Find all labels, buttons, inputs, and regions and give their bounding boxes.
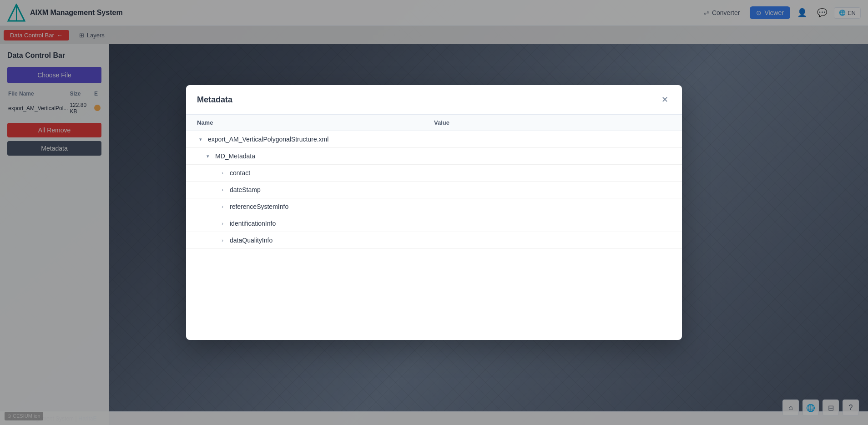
modal-title: Metadata bbox=[197, 95, 232, 105]
chevron-down-icon: ▾ bbox=[197, 136, 204, 143]
close-icon: ✕ bbox=[661, 95, 668, 105]
chevron-right-icon-dataquality: › bbox=[219, 237, 226, 244]
tree-label-root: export_AM_VerticalPolygonalStructure.xml bbox=[208, 136, 328, 143]
tree-row-contact[interactable]: › contact bbox=[186, 165, 682, 182]
tree-label-md-metadata: MD_Metadata bbox=[215, 152, 255, 160]
chevron-down-icon-md: ▾ bbox=[204, 152, 212, 160]
tree-label-contact: contact bbox=[230, 169, 250, 177]
col-value-header: Value bbox=[434, 119, 671, 126]
chevron-right-icon-refsysinfo: › bbox=[219, 203, 226, 210]
chevron-right-icon-identinfo: › bbox=[219, 220, 226, 227]
metadata-table-header: Name Value bbox=[186, 115, 682, 131]
metadata-modal: Metadata ✕ Name Value ▾ export_AM_Vertic… bbox=[186, 85, 682, 340]
modal-overlay: Metadata ✕ Name Value ▾ export_AM_Vertic… bbox=[0, 0, 868, 425]
tree-row-root[interactable]: ▾ export_AM_VerticalPolygonalStructure.x… bbox=[186, 131, 682, 148]
tree-row-identinfo[interactable]: › identificationInfo bbox=[186, 215, 682, 232]
tree-label-datestamp: dateStamp bbox=[230, 186, 261, 193]
col-name-header: Name bbox=[197, 119, 434, 126]
tree-label-refsysinfo: referenceSystemInfo bbox=[230, 203, 288, 210]
tree-label-identinfo: identificationInfo bbox=[230, 220, 276, 227]
tree-row-dataquality[interactable]: › dataQualityInfo bbox=[186, 232, 682, 249]
metadata-body[interactable]: ▾ export_AM_VerticalPolygonalStructure.x… bbox=[186, 131, 682, 340]
modal-close-button[interactable]: ✕ bbox=[658, 93, 671, 106]
modal-header: Metadata ✕ bbox=[186, 85, 682, 115]
tree-row-datestamp[interactable]: › dateStamp bbox=[186, 182, 682, 198]
tree-label-dataquality: dataQualityInfo bbox=[230, 237, 273, 244]
empty-space bbox=[186, 249, 682, 340]
chevron-right-icon-datestamp: › bbox=[219, 186, 226, 193]
tree-row-md-metadata[interactable]: ▾ MD_Metadata bbox=[186, 148, 682, 165]
tree-row-refsysinfo[interactable]: › referenceSystemInfo bbox=[186, 198, 682, 215]
chevron-right-icon-contact: › bbox=[219, 169, 226, 177]
